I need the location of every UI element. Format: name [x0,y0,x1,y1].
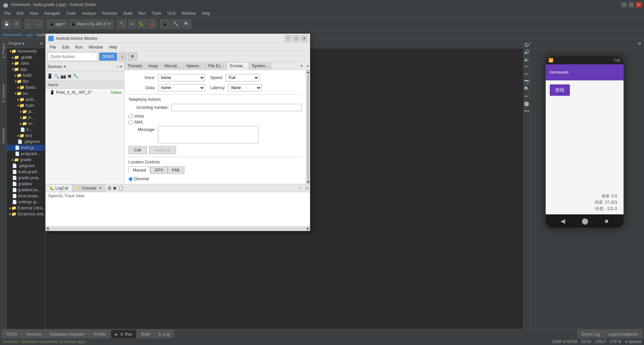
hang-up-button[interactable]: Hang Up [149,146,176,154]
power-btn[interactable]: ⏻ [524,42,530,48]
adm-tab-system[interactable]: System... [249,62,272,70]
tree-ja[interactable]: ▸📁 ja... [7,109,45,115]
run-button[interactable]: ▶ [128,19,136,29]
tree-baidu[interactable]: ▸📁 Baidu [7,84,45,90]
sms-radio[interactable] [128,120,133,125]
menu-edit[interactable]: Edit [14,10,26,16]
adm-close[interactable]: ✕ [301,36,307,42]
nav-home-icon[interactable]: ⬤ [582,217,588,225]
zoom-btn[interactable]: 🔍 [524,86,530,92]
tree-gradle[interactable]: ▸📁 .gradle [7,54,45,60]
sidebar-tab-structure[interactable]: 2: Structure [0,81,6,106]
tree-scratches[interactable]: ▸📁 Scratches and... [7,211,45,217]
menu-vcs[interactable]: VCS [165,10,178,16]
tree-build[interactable]: ▸📁 build [7,72,45,78]
vol-up-btn[interactable]: 🔊 [524,49,530,55]
bottom-tab-todo[interactable]: TODO [1,330,21,338]
nav-back-icon[interactable]: ◀ [560,217,565,225]
tree-proguard[interactable]: 📄 proguard... [7,151,45,157]
adm-tab-networ[interactable]: Networ... [183,62,205,70]
kml-tab[interactable]: KML [168,166,185,174]
search-button[interactable]: 🔍 [182,19,191,29]
project-panel-controls[interactable]: ⚙ [40,42,43,45]
decimal-radio[interactable] [128,177,133,181]
adm-tab-file-ex[interactable]: File Ex... [205,62,227,70]
stop-button[interactable]: ⏹ [148,19,156,29]
minimize-button[interactable]: ─ [621,2,627,7]
tree-local-props[interactable]: 📄 local.prope... [7,193,45,199]
adm-right-tab-menu[interactable]: ▾ [305,64,310,68]
gpx-tab[interactable]: GPX [150,166,167,174]
sdk-button[interactable]: 🔧 [171,19,180,29]
h-scroll-track[interactable] [50,227,305,230]
scroll-left[interactable]: ◄ [46,227,50,231]
adm-menu-run[interactable]: Run [72,44,85,50]
adm-menu-file[interactable]: File [47,44,59,50]
event-log-tab[interactable]: Event Log [577,330,604,338]
window-controls[interactable]: ─ □ ✕ [621,2,641,7]
adm-console-tab[interactable]: ⚡ Console ✕ [72,185,105,192]
menu-file[interactable]: File [1,10,13,16]
adm-devices-ctrl-1[interactable]: □ [117,64,119,69]
tree-gradlew-bat[interactable]: 📄 gradlew.ba... [7,187,45,193]
tree-homework[interactable]: ▾📁 Homework [7,48,45,54]
breadcrumb-app[interactable]: app [26,32,33,37]
pen-btn[interactable]: ✏ [524,71,530,77]
camera-btn[interactable]: 📷 [524,78,530,84]
run-config-button[interactable]: 📱 app ▾ [47,19,67,29]
breadcrumb-project[interactable]: Homework [3,32,22,37]
bottom-tab-profiler[interactable]: Profiler [89,330,111,338]
menu-navigate[interactable]: Navigate [42,10,63,16]
scroll-thumb[interactable] [307,75,309,179]
maximize-button[interactable]: □ [629,2,634,7]
adm-scrollbar[interactable]: ▲ ▼ [306,70,310,184]
tree-src[interactable]: ▾📁 src [7,90,45,96]
debug-button[interactable]: 🐛 [137,19,146,29]
adm-bottom-max[interactable]: ⊡ [304,186,310,191]
tree-idea[interactable]: ▸📁 .idea [7,60,45,66]
rotate-btn[interactable]: ✏ [524,64,530,70]
latency-select[interactable]: None [228,84,262,91]
sync-button[interactable]: ↺ [13,19,20,29]
tree-settings-gradle[interactable]: 📄 settings.gr... [7,199,45,205]
adm-devices-ctrl-2[interactable]: ▾ [120,64,122,69]
layout-inspector-tab[interactable]: Layout Inspector [604,330,643,338]
manual-tab[interactable]: Manual [128,166,150,174]
adm-bottom-btn-1[interactable]: 🗑 [107,186,112,191]
more-btn[interactable]: ••• [524,108,530,114]
device-preview-controls[interactable]: ⚙ [638,41,641,46]
bottom-tab-terminal[interactable]: Terminal [21,330,45,338]
adm-menu-edit[interactable]: Edit [59,44,72,50]
bottom-tab-run[interactable]: ▶ 4: Run [111,330,137,338]
tree-gradle-props[interactable]: 📄 gradle.prop... [7,175,45,181]
tree-gitignore-inner[interactable]: 📄 .gitignore [7,139,45,145]
adm-dev-icon-2[interactable]: 🔍 [54,73,59,79]
adm-toolbar-btn-1[interactable]: ↕ [118,53,126,61]
adm-right-tab-close[interactable]: ✕ [298,64,305,68]
back-btn[interactable]: ↩ [524,93,530,99]
message-textarea[interactable] [158,126,259,143]
menu-view[interactable]: View [27,10,41,16]
menu-analyze[interactable]: Analyze [79,10,99,16]
tree-build-gradle-root[interactable]: 📄 build.gradl... [7,169,45,175]
home-btn[interactable]: ⬤ [524,100,530,107]
adm-tab-threads[interactable]: Threads [124,62,145,70]
adm-dev-icon-1[interactable]: 📱 [47,73,53,79]
adm-logcat-tab[interactable]: 🐛 LogCat [46,185,72,192]
build-button[interactable]: 🔨 [117,19,127,29]
close-button[interactable]: ✕ [636,2,641,7]
voice-select[interactable]: home [158,74,205,81]
tree-gitignore-root[interactable]: 📄 .gitignore [7,163,45,169]
adm-ddms-btn[interactable]: DDMS [99,53,117,61]
speed-select[interactable]: Full [226,74,259,81]
adm-bottom-close[interactable]: □ [298,186,304,191]
bottom-tab-db-inspector[interactable]: Database Inspector [46,330,89,338]
adm-bottom-btn-3[interactable]: 📋 [118,186,123,191]
call-button[interactable]: Call [128,146,147,154]
adm-dev-icon-4[interactable]: ⏹ [67,73,72,79]
tree-app[interactable]: ▾📁 app [7,66,45,72]
adm-dev-icon-3[interactable]: 📷 [60,73,66,79]
adm-quick-access[interactable]: Quick Access [48,52,98,61]
menu-refactor[interactable]: Refactor [100,10,120,16]
menu-tools[interactable]: Tools [149,10,164,16]
